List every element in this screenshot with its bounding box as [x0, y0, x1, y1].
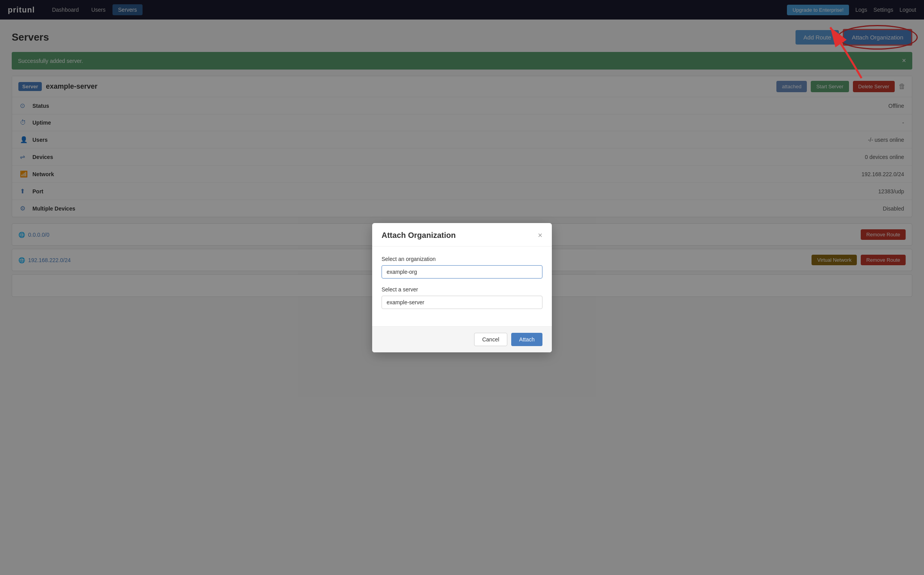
server-select-label: Select a server [382, 286, 542, 293]
server-select-input[interactable] [382, 296, 542, 307]
modal-body: Select an organization Select a server [372, 246, 552, 307]
modal-title: Attach Organization [382, 231, 456, 240]
modal-close-button[interactable]: × [538, 231, 542, 240]
org-select-group: Select an organization [382, 256, 542, 279]
attach-org-modal: Attach Organization × Select an organiza… [372, 223, 552, 307]
modal-header: Attach Organization × [372, 223, 552, 246]
org-select-label: Select an organization [382, 256, 542, 262]
server-select-group: Select a server [382, 286, 542, 307]
org-select-input[interactable] [382, 265, 542, 279]
modal-overlay: Attach Organization × Select an organiza… [0, 0, 924, 306]
